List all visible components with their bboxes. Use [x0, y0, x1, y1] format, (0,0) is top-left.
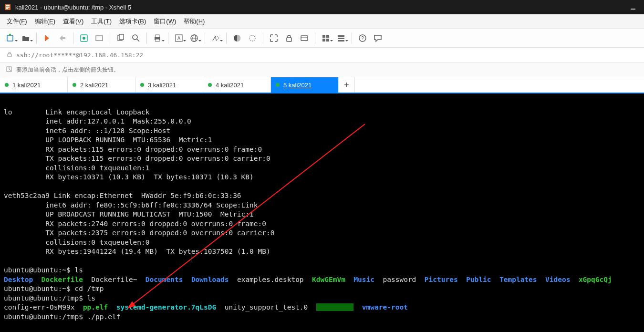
status-dot: [208, 83, 212, 87]
svg-rect-6: [96, 36, 103, 41]
add-session-icon[interactable]: [6, 66, 12, 74]
font-button[interactable]: A: [209, 31, 222, 45]
minimize-button[interactable]: [622, 0, 644, 14]
lock-icon: [7, 52, 12, 59]
annotation-arrow: [0, 93, 644, 332]
status-dot: [73, 83, 76, 87]
highlight-button[interactable]: [246, 31, 259, 45]
reconnect-button[interactable]: [41, 31, 54, 45]
print-button[interactable]: [151, 31, 164, 45]
color-scheme-button[interactable]: [230, 31, 244, 45]
fullscreen-button[interactable]: [267, 31, 280, 45]
svg-rect-12: [156, 35, 159, 37]
svg-point-9: [133, 35, 137, 40]
status-dot: [276, 83, 280, 87]
app-icon: [4, 3, 11, 11]
svg-point-5: [83, 37, 85, 40]
svg-rect-28: [326, 39, 329, 42]
svg-rect-31: [338, 40, 344, 42]
text-cursor: [191, 254, 191, 262]
status-dot: [5, 83, 9, 87]
feedback-button[interactable]: [371, 31, 384, 45]
tab-1[interactable]: 1 kali2021: [0, 77, 68, 93]
disconnect-button[interactable]: [56, 31, 69, 45]
help-button[interactable]: ?: [356, 31, 369, 45]
tab-4[interactable]: 4 kali2021: [203, 77, 271, 93]
svg-rect-2: [9, 34, 11, 36]
svg-line-10: [137, 39, 139, 42]
add-tab-button[interactable]: +: [339, 77, 355, 93]
hint-text: 要添加当前会话，点击左侧的箭头按钮。: [16, 66, 119, 74]
svg-rect-8: [119, 34, 124, 40]
svg-point-21: [249, 35, 255, 41]
tab-bar: 1 kali2021 2 kali2021 3 kali2021 4 kali2…: [0, 77, 644, 93]
menu-window[interactable]: 窗口(W): [150, 15, 180, 28]
menu-help[interactable]: 帮助(H): [180, 15, 208, 28]
menu-file[interactable]: 文件(F): [3, 15, 31, 28]
svg-rect-13: [156, 39, 159, 42]
svg-rect-25: [322, 35, 325, 38]
arrange-button[interactable]: [334, 31, 348, 45]
svg-rect-34: [8, 54, 11, 57]
svg-rect-26: [326, 35, 329, 38]
address-bar: ssh://root******@192.168.46.158:22: [0, 48, 644, 63]
terminal-output[interactable]: lo Link encap:Local Loopback inet addr:1…: [0, 93, 644, 332]
copy-button[interactable]: [114, 31, 127, 45]
svg-rect-30: [338, 38, 344, 39]
tab-3[interactable]: 3 kali2021: [135, 77, 203, 93]
svg-rect-27: [322, 39, 325, 42]
properties-button[interactable]: [77, 31, 91, 45]
new-session-button[interactable]: [4, 31, 17, 45]
menu-edit[interactable]: 编辑(E): [31, 15, 59, 28]
tab-5[interactable]: 5 kali2021: [271, 77, 339, 93]
svg-rect-23: [301, 36, 308, 41]
transfer-button[interactable]: [93, 31, 106, 45]
menu-view[interactable]: 查看(V): [59, 15, 87, 28]
window-title: kali2021 - ubuntu@ubuntu: /tmp - Xshell …: [15, 4, 131, 11]
svg-text:A: A: [212, 35, 217, 42]
title-bar: kali2021 - ubuntu@ubuntu: /tmp - Xshell …: [0, 0, 644, 14]
menu-bar: 文件(F) 编辑(E) 查看(V) 工具(T) 选项卡(B) 窗口(W) 帮助(…: [0, 14, 644, 29]
tile-button[interactable]: [319, 31, 332, 45]
svg-text:A: A: [177, 36, 181, 41]
svg-rect-29: [338, 35, 344, 37]
language-button[interactable]: [187, 31, 201, 45]
connection-url[interactable]: ssh://root******@192.168.46.158:22: [16, 52, 143, 59]
menu-tools[interactable]: 工具(T): [87, 15, 115, 28]
svg-rect-3: [45, 35, 46, 41]
tab-2[interactable]: 2 kali2021: [68, 77, 135, 93]
session-manager-button[interactable]: [298, 31, 311, 45]
open-button[interactable]: [19, 31, 32, 45]
svg-text:?: ?: [361, 36, 364, 41]
svg-rect-0: [631, 9, 635, 10]
toolbar: A A ?: [0, 29, 644, 48]
encoding-button[interactable]: A: [172, 31, 186, 45]
svg-rect-22: [287, 38, 291, 42]
status-dot: [140, 83, 144, 87]
svg-rect-1: [7, 35, 13, 41]
menu-tabs[interactable]: 选项卡(B): [115, 15, 150, 28]
lock-button[interactable]: [282, 31, 296, 45]
search-button[interactable]: [129, 31, 143, 45]
hint-bar: 要添加当前会话，点击左侧的箭头按钮。: [0, 63, 644, 77]
